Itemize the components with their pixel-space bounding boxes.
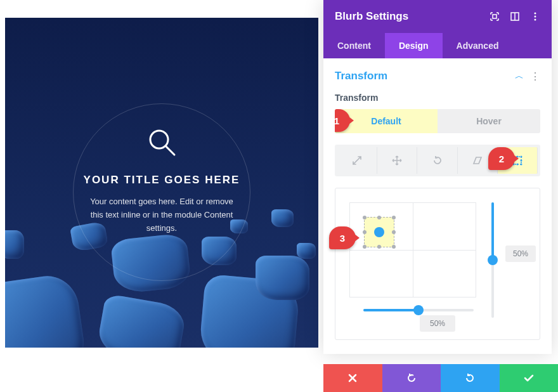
blurb-module[interactable]: YOUR TITLE GOES HERE Your content goes h…	[73, 103, 250, 281]
origin-handle[interactable]	[392, 245, 396, 249]
settings-panel: Blurb Settings Content Design Advanced T…	[323, 0, 552, 354]
rock-shape	[5, 272, 88, 348]
origin-handle[interactable]	[377, 245, 381, 249]
svg-point-16	[520, 160, 522, 162]
columns-icon[interactable]	[510, 11, 520, 22]
svg-point-5	[535, 13, 536, 15]
origin-center-handle[interactable]	[374, 227, 384, 237]
origin-handle[interactable]	[377, 216, 381, 219]
callout-badge: 2	[488, 147, 515, 170]
rock-shape	[297, 243, 316, 259]
rock-shape	[256, 256, 309, 300]
panel-header[interactable]: Blurb Settings	[323, 0, 552, 33]
section-title[interactable]: Transform	[335, 70, 387, 82]
origin-y-value[interactable]: 50%	[505, 245, 536, 262]
panel-tabs: Content Design Advanced	[323, 33, 552, 58]
state-hover-button[interactable]: Hover	[438, 109, 540, 133]
svg-point-0	[150, 131, 168, 148]
svg-point-10	[520, 156, 522, 158]
rock-shape	[5, 230, 24, 259]
cancel-button[interactable]	[323, 364, 382, 392]
callout-badge: 3	[329, 226, 356, 249]
origin-handle[interactable]	[392, 230, 396, 234]
tab-design[interactable]: Design	[385, 33, 443, 58]
svg-rect-2	[493, 15, 496, 18]
search-icon	[146, 126, 178, 158]
save-button[interactable]	[500, 364, 559, 392]
blurb-content[interactable]: Your content goes here. Edit or remove t…	[74, 195, 250, 235]
field-label: Transform	[335, 93, 540, 103]
more-icon[interactable]	[530, 11, 540, 22]
slider-thumb[interactable]	[488, 255, 498, 265]
tab-content[interactable]: Content	[323, 33, 385, 58]
preview-canvas: YOUR TITLE GOES HERE Your content goes h…	[5, 18, 318, 348]
expand-icon[interactable]	[490, 11, 500, 22]
origin-handle[interactable]	[363, 216, 367, 219]
slider-thumb[interactable]	[413, 305, 424, 315]
origin-handle[interactable]	[363, 245, 367, 249]
svg-point-6	[535, 16, 536, 18]
rock-shape	[96, 293, 188, 348]
origin-handle[interactable]	[392, 216, 396, 219]
origin-handle[interactable]	[363, 230, 367, 234]
tool-translate-icon[interactable]	[377, 147, 417, 174]
panel-title: Blurb Settings	[335, 10, 408, 23]
chevron-up-icon[interactable]: ︿	[515, 70, 524, 82]
undo-button[interactable]	[382, 364, 441, 392]
transform-tool-row: 2	[335, 145, 540, 176]
svg-line-1	[166, 147, 174, 155]
tool-scale-icon[interactable]	[337, 147, 377, 174]
redo-button[interactable]	[441, 364, 500, 392]
options-icon[interactable]: ⋮	[530, 70, 540, 82]
transform-origin-control: 50% 3 50%	[335, 188, 540, 340]
svg-point-14	[516, 164, 518, 166]
origin-x-value[interactable]: 50%	[420, 315, 455, 332]
state-toggle: 1 Default Hover	[335, 109, 540, 133]
panel-footer	[323, 364, 558, 392]
svg-point-7	[535, 19, 536, 21]
tab-advanced[interactable]: Advanced	[443, 33, 513, 58]
tool-rotate-icon[interactable]	[417, 147, 457, 174]
blurb-title[interactable]: YOUR TITLE GOES HERE	[84, 174, 240, 186]
rock-shape	[271, 209, 294, 227]
origin-x-slider[interactable]	[363, 309, 474, 311]
origin-grid[interactable]	[349, 202, 476, 297]
origin-selector[interactable]	[364, 217, 394, 247]
svg-point-12	[520, 164, 522, 166]
